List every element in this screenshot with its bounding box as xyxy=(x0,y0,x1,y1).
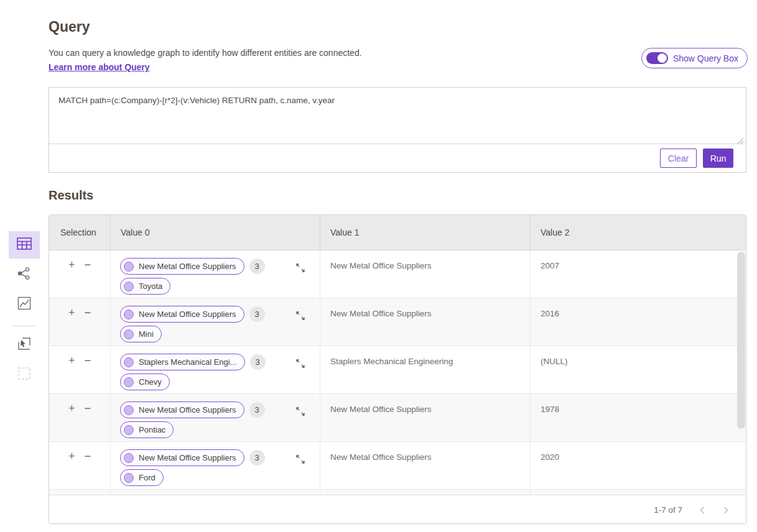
value2-text: 2007 xyxy=(531,250,746,270)
table-icon xyxy=(16,236,32,254)
node-dot-icon xyxy=(124,262,134,272)
learn-more-link[interactable]: Learn more about Query xyxy=(49,62,150,72)
node-dot-icon xyxy=(124,473,134,483)
remove-selection-button[interactable]: − xyxy=(85,402,91,415)
table-footer: 1-7 of 7 xyxy=(49,495,746,524)
selection-cell: + − xyxy=(49,298,111,346)
path-cell: New Metal Office Suppliers 3 Mini xyxy=(111,298,320,346)
expand-path-icon[interactable] xyxy=(295,262,306,276)
value2-text: (NULL) xyxy=(531,346,746,366)
entity-pill-label: New Metal Office Suppliers xyxy=(139,262,236,271)
path-cell: New Metal Office Suppliers 3 Pontiac xyxy=(111,394,320,441)
add-selection-button[interactable]: + xyxy=(68,402,75,415)
add-selection-button[interactable]: + xyxy=(68,259,75,271)
expand-path-icon[interactable] xyxy=(295,358,306,372)
entity-pill-label: Mini xyxy=(139,329,154,339)
entity-pill-label: Staplers Mechanical Engi... xyxy=(139,357,237,367)
value1-cell xyxy=(320,490,531,495)
network-icon xyxy=(17,267,32,283)
path-count-badge: 3 xyxy=(249,259,265,274)
tab-table-view[interactable] xyxy=(9,231,40,259)
entity-pill[interactable]: New Metal Office Suppliers xyxy=(120,258,244,275)
path-cell: New Metal Office Suppliers 3 Toyota xyxy=(111,250,320,298)
chevron-right-icon[interactable] xyxy=(722,506,730,515)
value2-cell: (NULL) xyxy=(531,346,746,393)
value1-cell: New Metal Office Suppliers xyxy=(320,442,531,489)
selection-cell: + − xyxy=(49,346,111,393)
entity-pill-label: Toyota xyxy=(139,282,162,291)
add-selection-button[interactable]: + xyxy=(68,354,75,367)
table-body: + − New Metal Office Suppliers 3 Toyota xyxy=(49,250,746,495)
toggle-switch-icon[interactable] xyxy=(646,52,668,64)
path-cell: New Metal Office Suppliers xyxy=(111,490,320,495)
remove-selection-button[interactable]: − xyxy=(85,306,91,319)
node-dot-icon xyxy=(124,282,134,291)
line-chart-icon xyxy=(17,296,31,313)
results-title: Results xyxy=(49,188,93,203)
path-cell: New Metal Office Suppliers 3 Ford xyxy=(111,442,320,489)
toggle-label: Show Query Box xyxy=(673,53,738,63)
value1-text: New Metal Office Suppliers xyxy=(320,250,530,270)
entity-pill-label: Ford xyxy=(139,473,156,482)
value2-cell xyxy=(531,490,746,495)
entity-pill[interactable]: Chevy xyxy=(120,374,170,390)
run-button[interactable]: Run xyxy=(703,149,733,168)
value1-cell: New Metal Office Suppliers xyxy=(320,394,531,441)
remove-selection-button[interactable]: − xyxy=(85,450,91,462)
entity-pill-label: Chevy xyxy=(139,377,162,387)
results-view-rail xyxy=(9,231,40,391)
toggle-knob xyxy=(657,53,667,63)
value2-text: 1978 xyxy=(531,394,746,414)
value2-cell: 2007 xyxy=(531,250,746,298)
tab-chart-view[interactable] xyxy=(9,291,40,318)
value2-cell: 1978 xyxy=(531,394,746,441)
query-input[interactable]: MATCH path=(c:Company)-[r*2]-(v:Vehicle)… xyxy=(49,88,746,144)
selection-cell xyxy=(49,490,111,495)
entity-pill[interactable]: Toyota xyxy=(120,278,170,295)
expand-path-icon[interactable] xyxy=(295,454,306,467)
value1-cell: New Metal Office Suppliers xyxy=(320,298,531,346)
node-dot-icon xyxy=(124,453,134,463)
path-count-badge: 3 xyxy=(249,306,265,322)
add-selection-button[interactable]: + xyxy=(68,306,75,319)
add-selection-button[interactable]: + xyxy=(68,450,75,462)
entity-pill[interactable]: New Metal Office Suppliers xyxy=(120,306,244,323)
node-dot-icon xyxy=(124,357,134,367)
tab-new-selection[interactable] xyxy=(9,361,40,388)
entity-pill[interactable]: Staplers Mechanical Engi... xyxy=(120,354,245,370)
node-dot-icon xyxy=(124,425,134,435)
remove-selection-button[interactable]: − xyxy=(85,259,91,271)
entity-pill-label: New Metal Office Suppliers xyxy=(139,405,236,415)
entity-pill[interactable]: Pontiac xyxy=(120,421,174,438)
value2-cell: 2020 xyxy=(531,442,746,489)
table-scrollbar[interactable] xyxy=(737,252,745,429)
column-header-selection: Selection xyxy=(49,215,111,250)
value1-cell: New Metal Office Suppliers xyxy=(320,250,531,298)
tab-map-select-view[interactable] xyxy=(9,331,40,359)
pointer-box-icon xyxy=(17,337,31,353)
query-box: MATCH path=(c:Company)-[r*2]-(v:Vehicle)… xyxy=(49,87,746,173)
tab-graph-view[interactable] xyxy=(9,261,40,288)
node-dot-icon xyxy=(124,329,134,339)
value1-text: New Metal Office Suppliers xyxy=(320,442,530,462)
node-dot-icon xyxy=(124,405,134,415)
remove-selection-button[interactable]: − xyxy=(85,354,91,367)
entity-pill[interactable]: New Metal Office Suppliers xyxy=(120,449,244,466)
query-actions: Clear Run xyxy=(49,144,746,172)
page-description: You can query a knowledge graph to ident… xyxy=(49,48,362,58)
clear-button[interactable]: Clear xyxy=(660,149,697,168)
expand-path-icon[interactable] xyxy=(295,310,306,324)
table-header: Selection Value 0 Value 1 Value 2 xyxy=(49,215,746,250)
selection-cell: + − xyxy=(49,442,111,489)
entity-pill[interactable]: Mini xyxy=(120,326,162,342)
show-query-box-toggle[interactable]: Show Query Box xyxy=(641,48,748,68)
entity-pill[interactable]: New Metal Office Suppliers xyxy=(120,401,244,418)
chevron-left-icon[interactable] xyxy=(699,506,706,515)
node-dot-icon xyxy=(124,310,134,319)
expand-path-icon[interactable] xyxy=(295,406,306,420)
rail-divider xyxy=(12,326,37,326)
table-row: + − New Metal Office Suppliers 3 Toyota xyxy=(49,250,746,298)
entity-pill[interactable]: Ford xyxy=(120,469,164,486)
table-row: + − Staplers Mechanical Engi... 3 Chevy xyxy=(49,346,746,394)
value2-text: 2016 xyxy=(531,298,746,318)
